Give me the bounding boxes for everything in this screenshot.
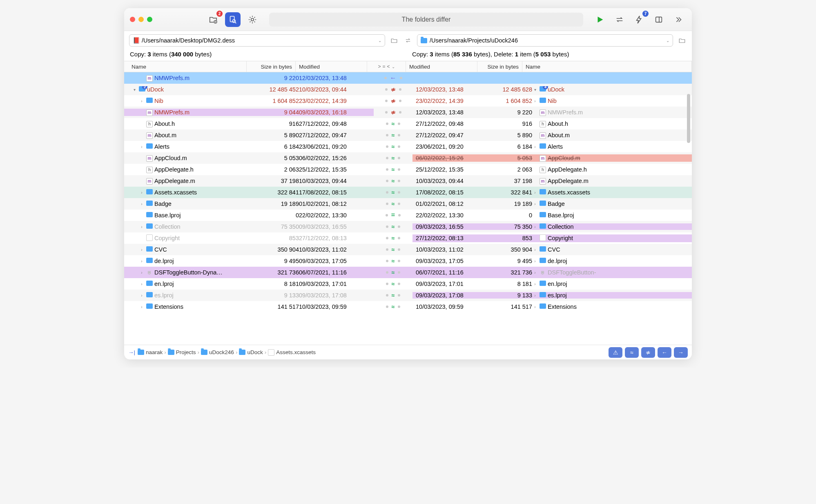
- file-row[interactable]: hAbout.h 916 27/12/2022, 09:48 ≈ 27/12/2…: [124, 118, 692, 129]
- action-dot-left[interactable]: [386, 191, 388, 194]
- action-dot-right[interactable]: [398, 145, 400, 148]
- disclosure-triangle[interactable]: ›: [139, 190, 145, 195]
- footer-filter-button[interactable]: ⚠: [609, 347, 622, 358]
- settings-button[interactable]: [245, 12, 260, 27]
- disclosure-triangle[interactable]: ›: [139, 305, 145, 309]
- action-dot-left[interactable]: [386, 248, 388, 251]
- action-dot-left[interactable]: [386, 214, 388, 216]
- breadcrumb-item[interactable]: uDock: [247, 349, 263, 355]
- disclosure-triangle[interactable]: ›: [532, 270, 538, 275]
- file-row[interactable]: mAppDelegate.m 37 198 10/03/2023, 09:44 …: [124, 175, 692, 187]
- disclosure-triangle[interactable]: ›: [532, 145, 538, 149]
- file-row[interactable]: Copyright 853 27/12/2022, 08:13 ≈ 27/12/…: [124, 232, 692, 244]
- file-row[interactable]: Base.lproj 0 22/02/2022, 13:30 = 22/02/2…: [124, 210, 692, 221]
- action-dot-right[interactable]: [398, 271, 400, 274]
- action-dot-right[interactable]: [398, 191, 400, 194]
- scrollbar-thumb[interactable]: [687, 94, 690, 143]
- file-row[interactable]: ›Badge 19 189 01/02/2021, 08:12 ≈ 01/02/…: [124, 198, 692, 210]
- breadcrumb-item[interactable]: Projects: [176, 349, 196, 355]
- action-dot-left[interactable]: [386, 225, 388, 228]
- file-row[interactable]: mNMWPrefs.m 9 044 09/03/2023, 16:18 ≉ 12…: [124, 107, 692, 118]
- breadcrumb-item[interactable]: naarak: [146, 349, 163, 355]
- footer-filter-button[interactable]: ←: [658, 347, 671, 358]
- file-row[interactable]: mNMWPrefs.m 9 220 12/03/2023, 13:48 ←: [124, 72, 692, 84]
- file-row[interactable]: ›Nib 1 604 852 23/02/2022, 14:39 ≉ 23/02…: [124, 95, 692, 107]
- breadcrumb-item[interactable]: uDock246: [209, 349, 234, 355]
- disclosure-triangle[interactable]: ›: [532, 293, 538, 298]
- right-path-input[interactable]: /Users/naarak/Projects/uDock246 ⌄: [417, 34, 673, 47]
- chevron-down-icon[interactable]: ⌄: [666, 38, 669, 43]
- footer-filter-button[interactable]: ≈: [625, 347, 639, 358]
- file-row[interactable]: ›es.lproj 9 133 09/03/2023, 17:08 ≈ 09/0…: [124, 290, 692, 301]
- action-dot-left[interactable]: [386, 180, 388, 182]
- action-dot-right[interactable]: [398, 294, 400, 297]
- preview-button[interactable]: [225, 12, 241, 27]
- action-dot-left[interactable]: [385, 111, 388, 114]
- header-modified-left[interactable]: Modified: [296, 61, 367, 72]
- header-name-left[interactable]: Name: [124, 61, 247, 72]
- action-dot-right[interactable]: [399, 88, 401, 91]
- action-dot-left[interactable]: [386, 168, 388, 171]
- minimize-window-button[interactable]: [138, 17, 144, 22]
- filter-button[interactable]: 2: [205, 12, 221, 27]
- disclosure-triangle[interactable]: ›: [139, 145, 145, 149]
- action-dot-left[interactable]: [386, 283, 388, 285]
- action-dot-right[interactable]: [398, 214, 401, 216]
- disclosure-triangle[interactable]: ›: [532, 225, 538, 229]
- file-row[interactable]: ›Collection 75 350 09/03/2023, 16:55 ≈ 0…: [124, 221, 692, 232]
- file-row[interactable]: ›Alerts 6 184 23/06/2021, 09:20 ≈ 23/06/…: [124, 141, 692, 152]
- action-dot-left[interactable]: [384, 77, 387, 79]
- header-name-right[interactable]: Name: [522, 61, 692, 72]
- action-dot-right[interactable]: [398, 225, 400, 228]
- overflow-button[interactable]: [671, 12, 686, 27]
- file-row[interactable]: ›en.lproj 8 181 09/03/2023, 17:01 ≈ 09/0…: [124, 278, 692, 290]
- action-dot-right[interactable]: [398, 306, 400, 308]
- action-dot-left[interactable]: [386, 237, 388, 239]
- header-comparison[interactable]: > = < ⌄: [367, 61, 406, 72]
- left-path-input[interactable]: 📕 /Users/naarak/Desktop/DMG2.dess ⌄: [129, 34, 385, 47]
- action-dot-right[interactable]: [398, 237, 400, 239]
- breadcrumb-item[interactable]: Assets.xcassets: [276, 349, 316, 355]
- action-dot-left[interactable]: [386, 157, 388, 159]
- file-row[interactable]: ›CVC 350 904 10/03/2023, 11:02 ≈ 10/03/2…: [124, 244, 692, 255]
- file-row[interactable]: ▾2uDock 12 485 452 10/03/2023, 09:44 ≉ 1…: [124, 84, 692, 95]
- header-size-left[interactable]: Size in bytes: [247, 61, 296, 72]
- header-size-right[interactable]: Size in bytes: [477, 61, 522, 72]
- swap-paths-button[interactable]: [403, 37, 413, 44]
- action-dot-right[interactable]: [398, 180, 400, 182]
- action-dot-right[interactable]: [399, 100, 401, 102]
- run-button[interactable]: [592, 12, 608, 27]
- close-window-button[interactable]: [130, 17, 135, 22]
- file-row[interactable]: ›Extensions 141 517 10/03/2023, 09:59 ≈ …: [124, 301, 692, 312]
- disclosure-triangle[interactable]: ›: [532, 190, 538, 195]
- action-dot-left[interactable]: [386, 145, 388, 148]
- file-row[interactable]: ›de.lproj 9 495 09/03/2023, 17:05 ≈ 09/0…: [124, 255, 692, 267]
- action-dot-left[interactable]: [386, 271, 388, 274]
- disclosure-triangle[interactable]: ›: [532, 305, 538, 309]
- disclosure-triangle[interactable]: ›: [532, 99, 538, 103]
- zoom-window-button[interactable]: [147, 17, 152, 22]
- action-dot-right[interactable]: [398, 248, 400, 251]
- file-row[interactable]: ›⛨DSFToggleButton-Dyna… 321 736 06/07/20…: [124, 267, 692, 278]
- action-dot-right[interactable]: [398, 157, 400, 159]
- disclosure-triangle[interactable]: ›: [532, 202, 538, 206]
- sync-button[interactable]: [612, 12, 627, 27]
- action-dot-left[interactable]: [386, 123, 388, 125]
- action-dot-left[interactable]: [386, 134, 388, 136]
- action-dot-right[interactable]: [398, 168, 400, 171]
- disclosure-triangle[interactable]: ›: [139, 225, 145, 229]
- footer-filter-button[interactable]: →: [674, 347, 688, 358]
- disclosure-triangle[interactable]: ▾: [132, 87, 137, 92]
- disclosure-triangle[interactable]: ›: [139, 270, 145, 275]
- action-dot-right[interactable]: [398, 123, 400, 125]
- layout-button[interactable]: [651, 12, 667, 27]
- disclosure-triangle[interactable]: ›: [139, 99, 145, 103]
- file-row[interactable]: mAppCloud.m 5 053 06/02/2022, 15:26 ≈ 06…: [124, 152, 692, 164]
- footer-filter-button[interactable]: ≉: [641, 347, 655, 358]
- open-right-folder-button[interactable]: [677, 37, 687, 44]
- disclosure-triangle[interactable]: ›: [139, 202, 145, 206]
- reveal-button[interactable]: →|: [128, 349, 135, 355]
- actions-button[interactable]: 7: [631, 12, 647, 27]
- disclosure-triangle[interactable]: ›: [532, 282, 538, 286]
- action-dot-right[interactable]: [399, 111, 401, 114]
